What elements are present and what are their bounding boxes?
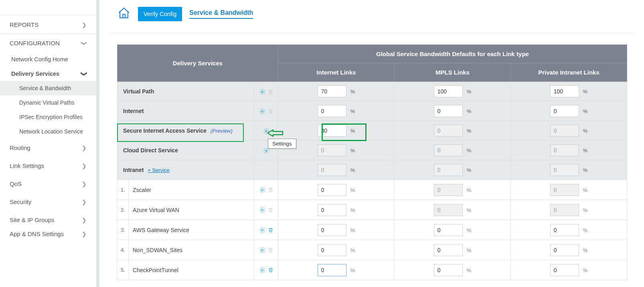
- percent-label: %: [350, 187, 355, 193]
- bandwidth-input[interactable]: [318, 184, 346, 196]
- gear-icon[interactable]: [259, 107, 265, 114]
- nav-site-ip-groups[interactable]: Site & IP Groups ❯: [0, 211, 96, 229]
- percent-label: %: [583, 207, 588, 213]
- percent-label: %: [467, 89, 472, 95]
- row-index: 1.: [117, 180, 129, 200]
- bandwidth-input[interactable]: [318, 125, 346, 137]
- nav-qos[interactable]: QoS ❯: [0, 175, 96, 193]
- percent-label: %: [583, 128, 588, 134]
- percent-label: %: [583, 267, 588, 273]
- actions-cell: [254, 220, 278, 240]
- actions-cell: [254, 160, 278, 180]
- gear-icon[interactable]: [259, 267, 265, 273]
- nav-delivery-services-label: Delivery Services: [11, 71, 59, 77]
- bandwidth-input: [434, 204, 463, 216]
- percent-label: %: [583, 187, 588, 193]
- gear-icon[interactable]: [259, 186, 265, 193]
- settings-tooltip: Settings: [268, 139, 296, 149]
- svg-point-2: [265, 130, 267, 132]
- bandwidth-input[interactable]: [550, 224, 579, 236]
- row-index: 5.: [117, 260, 129, 280]
- bandwidth-input: [434, 125, 463, 137]
- bandwidth-input[interactable]: [318, 264, 346, 276]
- table-row: Cloud Direct Service%%%: [117, 141, 627, 160]
- svg-point-3: [265, 150, 267, 152]
- nav-qos-label: QoS: [10, 180, 22, 187]
- percent-label: %: [467, 247, 472, 253]
- bandwidth-input: [318, 164, 346, 176]
- verify-config-button[interactable]: Verify Config: [138, 7, 182, 21]
- svg-point-4: [261, 189, 263, 191]
- bandwidth-table: Delivery Services Global Service Bandwid…: [117, 44, 627, 280]
- gear-icon[interactable]: [263, 127, 269, 134]
- nav-dynamic-virtual-paths[interactable]: Dynamic Virtual Paths: [0, 95, 96, 110]
- breadcrumb-current[interactable]: Service & Bandwidth: [189, 9, 253, 19]
- bandwidth-input[interactable]: [318, 224, 346, 236]
- percent-label: %: [350, 247, 355, 253]
- top-bar: Verify Config Service & Bandwidth: [111, 0, 633, 33]
- nav-security-label: Security: [10, 198, 31, 205]
- nav-ipsec-profiles[interactable]: IPSec Encryption Profiles: [0, 110, 96, 124]
- percent-label: %: [467, 227, 472, 233]
- bandwidth-input[interactable]: [550, 85, 579, 97]
- gear-icon[interactable]: [259, 206, 265, 213]
- nav-network-config-home[interactable]: Network Config Home: [0, 52, 96, 67]
- bandwidth-input: [318, 144, 346, 156]
- col-private-links: Private Intranet Links: [511, 63, 627, 82]
- trash-icon: [268, 247, 273, 253]
- percent-label: %: [350, 148, 355, 154]
- bandwidth-input[interactable]: [318, 204, 346, 216]
- table-row: 1.Zscaler%%%: [117, 180, 627, 200]
- bandwidth-input[interactable]: [550, 105, 579, 117]
- bandwidth-input[interactable]: [434, 244, 463, 256]
- nav-link-settings-label: Link Settings: [10, 162, 44, 169]
- bandwidth-input[interactable]: [318, 105, 346, 117]
- bandwidth-input[interactable]: [318, 85, 346, 97]
- percent-label: %: [467, 207, 472, 213]
- bandwidth-input[interactable]: [434, 105, 463, 117]
- trash-icon: [268, 186, 273, 193]
- bandwidth-input[interactable]: [434, 264, 463, 276]
- service-name-cell: Cloud Direct Service: [117, 141, 254, 160]
- trash-icon[interactable]: [268, 226, 273, 233]
- svg-point-1: [261, 111, 263, 112]
- service-name-cell: 3.AWS Gateway Service: [117, 220, 254, 240]
- nav-network-location-service[interactable]: Network Location Service: [0, 124, 96, 139]
- bandwidth-input[interactable]: [434, 224, 463, 236]
- bandwidth-input[interactable]: [550, 264, 579, 276]
- nav-service-bandwidth[interactable]: Service & Bandwidth: [0, 81, 96, 95]
- percent-label: %: [583, 148, 588, 154]
- actions-cell: [254, 121, 278, 141]
- actions-cell: [254, 82, 278, 101]
- percent-label: %: [583, 108, 588, 114]
- percent-label: %: [350, 207, 355, 213]
- table-row: Virtual Path%%%: [117, 82, 627, 101]
- percent-label: %: [583, 89, 588, 95]
- nav-routing-label: Routing: [10, 144, 30, 151]
- bandwidth-input[interactable]: [550, 244, 579, 256]
- percent-label: %: [350, 267, 355, 273]
- gear-icon[interactable]: [259, 247, 265, 253]
- nav-reports[interactable]: REPORTS ❯: [0, 16, 96, 34]
- nav-routing[interactable]: Routing ❯: [0, 139, 96, 157]
- gear-icon[interactable]: [259, 226, 265, 233]
- table-row: 5.CheckPointTunnel%%%: [117, 260, 627, 280]
- nav-delivery-services[interactable]: Delivery Services ❯: [0, 67, 96, 81]
- sidebar: REPORTS ❯ CONFIGURATION ❯ Network Config…: [0, 0, 99, 287]
- nav-link-settings[interactable]: Link Settings ❯: [0, 157, 96, 175]
- col-internet-links: Internet Links: [278, 63, 395, 82]
- nav-configuration[interactable]: CONFIGURATION ❯: [0, 34, 96, 52]
- bandwidth-input[interactable]: [434, 85, 463, 97]
- row-index: 3.: [117, 220, 129, 240]
- trash-icon[interactable]: [268, 267, 273, 273]
- nav-app-dns-settings[interactable]: App & DNS Settings ❯: [0, 229, 96, 243]
- nav-security[interactable]: Security ❯: [0, 193, 96, 211]
- bandwidth-input[interactable]: [318, 244, 346, 256]
- add-service-link[interactable]: + Service: [148, 167, 170, 173]
- gear-icon[interactable]: [259, 88, 265, 95]
- chevron-down-icon: ❯: [81, 41, 87, 46]
- home-icon[interactable]: [117, 6, 131, 22]
- table-row: 4.Non_SDWAN_Sites%%%: [117, 240, 627, 260]
- chevron-right-icon: ❯: [82, 145, 87, 151]
- bandwidth-input: [550, 184, 579, 196]
